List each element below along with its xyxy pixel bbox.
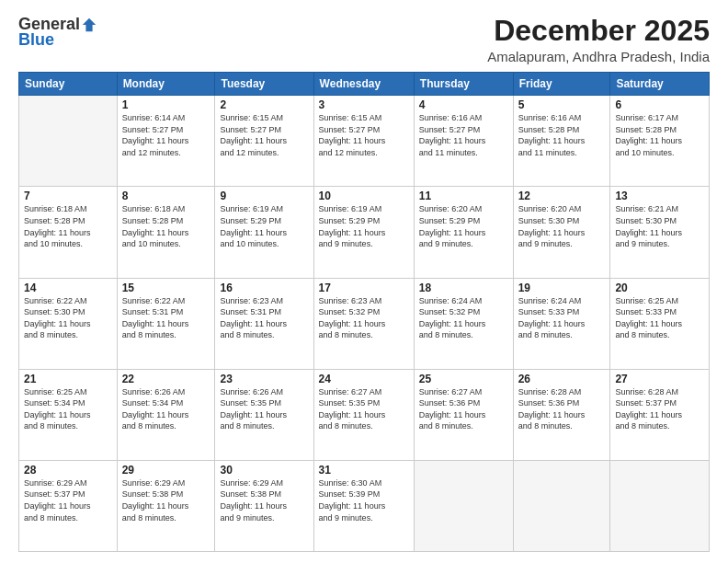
- day-number: 16: [220, 282, 308, 294]
- day-number: 23: [220, 373, 308, 385]
- calendar-header-friday: Friday: [513, 73, 610, 96]
- day-info: Sunrise: 6:29 AM Sunset: 5:37 PM Dayligh…: [24, 477, 112, 523]
- day-number: 10: [319, 190, 409, 202]
- day-number: 1: [122, 98, 210, 111]
- calendar-week-2: 7Sunrise: 6:18 AM Sunset: 5:28 PM Daylig…: [19, 187, 710, 278]
- day-info: Sunrise: 6:20 AM Sunset: 5:29 PM Dayligh…: [419, 203, 508, 249]
- calendar-week-5: 28Sunrise: 6:29 AM Sunset: 5:37 PM Dayli…: [19, 460, 710, 551]
- day-number: 29: [122, 464, 210, 477]
- day-info: Sunrise: 6:29 AM Sunset: 5:38 PM Dayligh…: [220, 477, 308, 523]
- day-info: Sunrise: 6:29 AM Sunset: 5:38 PM Dayligh…: [122, 477, 210, 523]
- calendar-cell: [513, 460, 610, 551]
- day-info: Sunrise: 6:19 AM Sunset: 5:29 PM Dayligh…: [220, 203, 308, 249]
- day-number: 28: [24, 464, 112, 477]
- calendar-cell: 4Sunrise: 6:16 AM Sunset: 5:27 PM Daylig…: [414, 96, 513, 187]
- calendar-header-thursday: Thursday: [414, 73, 513, 96]
- day-info: Sunrise: 6:20 AM Sunset: 5:30 PM Dayligh…: [518, 203, 606, 249]
- calendar-cell: 20Sunrise: 6:25 AM Sunset: 5:33 PM Dayli…: [610, 278, 710, 369]
- day-number: 2: [220, 98, 308, 111]
- day-info: Sunrise: 6:28 AM Sunset: 5:36 PM Dayligh…: [518, 386, 606, 432]
- day-number: 20: [615, 282, 704, 294]
- calendar-cell: 25Sunrise: 6:27 AM Sunset: 5:36 PM Dayli…: [414, 369, 513, 460]
- calendar-cell: 30Sunrise: 6:29 AM Sunset: 5:38 PM Dayli…: [215, 460, 313, 551]
- calendar: SundayMondayTuesdayWednesdayThursdayFrid…: [18, 72, 710, 552]
- calendar-cell: 28Sunrise: 6:29 AM Sunset: 5:37 PM Dayli…: [19, 460, 118, 551]
- calendar-cell: 19Sunrise: 6:24 AM Sunset: 5:33 PM Dayli…: [513, 278, 610, 369]
- day-info: Sunrise: 6:23 AM Sunset: 5:31 PM Dayligh…: [220, 295, 308, 341]
- calendar-cell: [610, 460, 710, 551]
- day-info: Sunrise: 6:18 AM Sunset: 5:28 PM Dayligh…: [122, 203, 210, 249]
- calendar-cell: 6Sunrise: 6:17 AM Sunset: 5:28 PM Daylig…: [610, 96, 710, 187]
- svg-marker-0: [83, 17, 96, 30]
- header: General Blue December 2025 Amalapuram, A…: [18, 15, 710, 64]
- calendar-cell: 15Sunrise: 6:22 AM Sunset: 5:31 PM Dayli…: [117, 278, 215, 369]
- day-number: 14: [24, 282, 112, 294]
- calendar-cell: 23Sunrise: 6:26 AM Sunset: 5:35 PM Dayli…: [215, 369, 313, 460]
- day-info: Sunrise: 6:27 AM Sunset: 5:36 PM Dayligh…: [419, 386, 508, 432]
- calendar-cell: 2Sunrise: 6:15 AM Sunset: 5:27 PM Daylig…: [215, 96, 313, 187]
- day-info: Sunrise: 6:26 AM Sunset: 5:35 PM Dayligh…: [220, 386, 308, 432]
- calendar-cell: 24Sunrise: 6:27 AM Sunset: 5:35 PM Dayli…: [313, 369, 414, 460]
- page: General Blue December 2025 Amalapuram, A…: [0, 0, 728, 563]
- calendar-week-4: 21Sunrise: 6:25 AM Sunset: 5:34 PM Dayli…: [19, 369, 710, 460]
- day-number: 5: [518, 98, 606, 111]
- calendar-cell: 11Sunrise: 6:20 AM Sunset: 5:29 PM Dayli…: [414, 187, 513, 278]
- day-number: 9: [220, 190, 308, 202]
- day-info: Sunrise: 6:19 AM Sunset: 5:29 PM Dayligh…: [319, 203, 409, 249]
- calendar-cell: [414, 460, 513, 551]
- calendar-cell: 21Sunrise: 6:25 AM Sunset: 5:34 PM Dayli…: [19, 369, 118, 460]
- calendar-header-wednesday: Wednesday: [313, 73, 414, 96]
- day-info: Sunrise: 6:15 AM Sunset: 5:27 PM Dayligh…: [220, 112, 308, 158]
- calendar-cell: 8Sunrise: 6:18 AM Sunset: 5:28 PM Daylig…: [117, 187, 215, 278]
- month-title: December 2025: [487, 15, 710, 47]
- calendar-header-tuesday: Tuesday: [215, 73, 313, 96]
- calendar-cell: 5Sunrise: 6:16 AM Sunset: 5:28 PM Daylig…: [513, 96, 610, 187]
- calendar-cell: 14Sunrise: 6:22 AM Sunset: 5:30 PM Dayli…: [19, 278, 118, 369]
- day-info: Sunrise: 6:18 AM Sunset: 5:28 PM Dayligh…: [24, 203, 112, 249]
- day-number: 25: [419, 373, 508, 385]
- calendar-week-1: 1Sunrise: 6:14 AM Sunset: 5:27 PM Daylig…: [19, 96, 710, 187]
- day-info: Sunrise: 6:15 AM Sunset: 5:27 PM Dayligh…: [319, 112, 409, 158]
- day-number: 18: [419, 282, 508, 294]
- day-info: Sunrise: 6:26 AM Sunset: 5:34 PM Dayligh…: [122, 386, 210, 432]
- title-block: December 2025 Amalapuram, Andhra Pradesh…: [487, 15, 710, 64]
- day-number: 19: [518, 282, 606, 294]
- day-info: Sunrise: 6:25 AM Sunset: 5:34 PM Dayligh…: [24, 386, 112, 432]
- day-info: Sunrise: 6:30 AM Sunset: 5:39 PM Dayligh…: [319, 477, 409, 523]
- calendar-cell: 22Sunrise: 6:26 AM Sunset: 5:34 PM Dayli…: [117, 369, 215, 460]
- day-info: Sunrise: 6:14 AM Sunset: 5:27 PM Dayligh…: [122, 112, 210, 158]
- day-info: Sunrise: 6:24 AM Sunset: 5:33 PM Dayligh…: [518, 295, 606, 341]
- day-number: 11: [419, 190, 508, 202]
- calendar-cell: 1Sunrise: 6:14 AM Sunset: 5:27 PM Daylig…: [117, 96, 215, 187]
- calendar-cell: 13Sunrise: 6:21 AM Sunset: 5:30 PM Dayli…: [610, 187, 710, 278]
- calendar-cell: 7Sunrise: 6:18 AM Sunset: 5:28 PM Daylig…: [19, 187, 118, 278]
- day-info: Sunrise: 6:25 AM Sunset: 5:33 PM Dayligh…: [615, 295, 704, 341]
- calendar-cell: 17Sunrise: 6:23 AM Sunset: 5:32 PM Dayli…: [313, 278, 414, 369]
- day-number: 27: [615, 373, 704, 385]
- day-info: Sunrise: 6:23 AM Sunset: 5:32 PM Dayligh…: [319, 295, 409, 341]
- day-number: 17: [319, 282, 409, 294]
- location: Amalapuram, Andhra Pradesh, India: [487, 49, 710, 64]
- logo: General Blue: [18, 15, 97, 50]
- calendar-header-monday: Monday: [117, 73, 215, 96]
- calendar-header-saturday: Saturday: [610, 73, 710, 96]
- day-number: 13: [615, 190, 704, 202]
- day-number: 24: [319, 373, 409, 385]
- day-number: 7: [24, 190, 112, 202]
- day-number: 26: [518, 373, 606, 385]
- day-info: Sunrise: 6:28 AM Sunset: 5:37 PM Dayligh…: [615, 386, 704, 432]
- calendar-cell: 29Sunrise: 6:29 AM Sunset: 5:38 PM Dayli…: [117, 460, 215, 551]
- calendar-header-row: SundayMondayTuesdayWednesdayThursdayFrid…: [19, 73, 710, 96]
- day-info: Sunrise: 6:22 AM Sunset: 5:31 PM Dayligh…: [122, 295, 210, 341]
- calendar-cell: 3Sunrise: 6:15 AM Sunset: 5:27 PM Daylig…: [313, 96, 414, 187]
- day-info: Sunrise: 6:17 AM Sunset: 5:28 PM Dayligh…: [615, 112, 704, 158]
- day-number: 6: [615, 98, 704, 111]
- day-number: 12: [518, 190, 606, 202]
- day-info: Sunrise: 6:16 AM Sunset: 5:28 PM Dayligh…: [518, 112, 606, 158]
- logo-blue-text: Blue: [18, 30, 54, 50]
- day-number: 15: [122, 282, 210, 294]
- calendar-cell: 16Sunrise: 6:23 AM Sunset: 5:31 PM Dayli…: [215, 278, 313, 369]
- calendar-cell: 26Sunrise: 6:28 AM Sunset: 5:36 PM Dayli…: [513, 369, 610, 460]
- day-number: 30: [220, 464, 308, 477]
- calendar-cell: 10Sunrise: 6:19 AM Sunset: 5:29 PM Dayli…: [313, 187, 414, 278]
